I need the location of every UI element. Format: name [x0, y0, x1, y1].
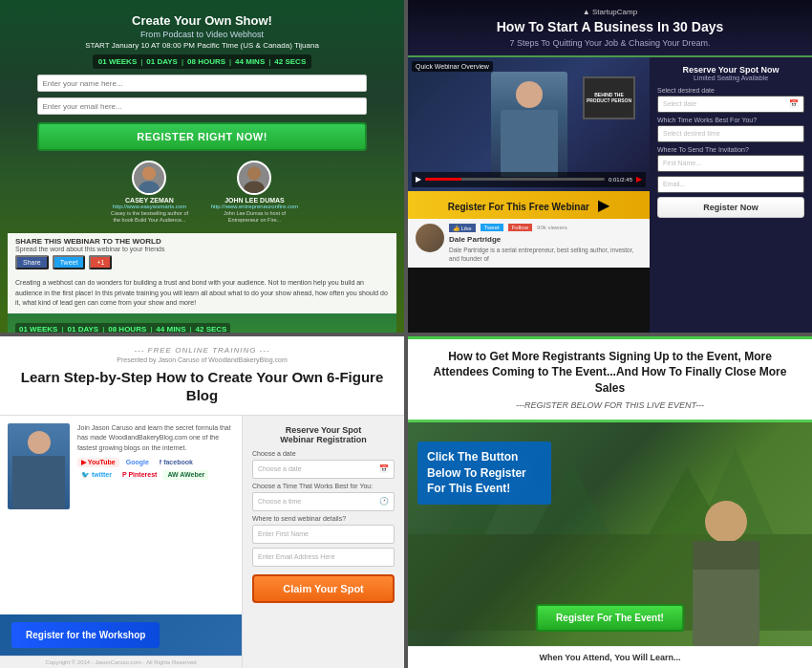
share-twitter-button[interactable]: Tweet — [53, 255, 86, 269]
youtube-icon: ▶ — [636, 175, 642, 183]
reserve-spot-title: Reserve Your Spot Webinar Registration — [252, 425, 395, 444]
panel4-footer: When You Attend, You Will Learn... — [408, 646, 812, 668]
firstname-field[interactable]: Enter First Name — [252, 525, 395, 544]
time-field[interactable]: Select desired time — [657, 125, 804, 142]
presenter1-url: http://www.easywsmarts.com — [113, 204, 186, 209]
panel1-body-text: Creating a webhost can do wonders for bu… — [8, 273, 396, 313]
presenter-section: Join Jason Caruso and learn the secret f… — [0, 416, 242, 615]
time-placeholder: Select desired time — [663, 130, 720, 137]
panel1-title: Create Your Own Show! — [132, 13, 272, 28]
presenters-section: CASEY ZEMAN http://www.easywsmarts.com C… — [27, 161, 376, 224]
presenter1-name: CASEY ZEMAN — [125, 197, 174, 204]
register-workshop-button[interactable]: Register for the Workshop — [11, 622, 160, 648]
time-label: Choose a Time That Works Best for You: — [252, 483, 395, 489]
firstname-placeholder: Enter First Name — [258, 530, 309, 537]
presenter-info: Join Jason Caruso and learn the secret f… — [77, 423, 234, 608]
register-strip-text: Register For This Free Webinar — [448, 202, 589, 212]
share-facebook-button[interactable]: Share — [15, 255, 49, 269]
svg-point-3 — [245, 182, 265, 195]
presenter-avatar — [416, 224, 444, 252]
video-section[interactable]: Click The Button Below To Register For T… — [408, 422, 812, 646]
sign-text: BEHIND THE PRODUCT PERSON — [585, 92, 633, 104]
panel3-left: Join Jason Caruso and learn the secret f… — [0, 416, 242, 669]
panel1-bottom-section: 01 WEEKS | 01 DAYS | 08 HOURS | 44 MINS … — [8, 313, 396, 333]
share-title: SHARE THIS WEBINAR TO THE WORLD — [15, 237, 389, 246]
register-strip[interactable]: Register For This Free Webinar ▶ — [408, 191, 650, 219]
calendar-icon: 📅 — [789, 99, 799, 108]
panel2-title: How To Start A Business In 30 Days — [417, 19, 802, 35]
register-event-button[interactable]: Register For The Event! — [535, 604, 685, 632]
invitation-label: Where To Send The Invitation? — [657, 146, 804, 153]
youtube-logo: ▶ YouTube — [77, 458, 119, 467]
free-training-tag: --- FREE ONLINE TRAINING --- — [10, 346, 395, 355]
twitter-logo: 🐦 twitter — [77, 470, 116, 480]
bottom-secs: 42 SECS — [196, 325, 227, 333]
footer-title: When You Attend, You Will Learn... — [417, 653, 802, 662]
time-field[interactable]: Choose a time 🕐 — [252, 492, 395, 511]
time-placeholder: Choose a time — [258, 498, 301, 505]
brand-name: ▲ StartupCamp — [417, 8, 802, 16]
reserve-title: Reserve Your Spot Now — [657, 65, 804, 75]
claim-spot-button[interactable]: Claim Your Spot — [252, 574, 395, 603]
share-gplus-button[interactable]: +1 — [89, 255, 112, 269]
play-icon[interactable]: ▶ — [416, 175, 421, 183]
video-thumbnail[interactable]: Quick Webinar Overview BEHIND THE PRODUC… — [408, 57, 650, 191]
date-field[interactable]: Select date 📅 — [657, 96, 804, 113]
video-time: 0:01/2:45 — [609, 177, 632, 183]
bottom-countdown: 01 WEEKS | 01 DAYS | 08 HOURS | 44 MINS … — [15, 323, 230, 333]
bottom-hours: 08 HOURS — [108, 325, 146, 333]
register-button[interactable]: REGISTER RIGHT NOW! — [37, 122, 368, 151]
panel3-right: Reserve Your Spot Webinar Registration C… — [242, 416, 404, 669]
date-field[interactable]: Choose a date 📅 — [252, 460, 395, 479]
presenter1-desc: Casey is the bestselling author of the b… — [106, 210, 192, 224]
webinar-label: Quick Webinar Overview — [412, 61, 493, 72]
svg-point-10 — [705, 501, 747, 543]
countdown-bar: 01 WEEKS | 01 DAYS | 08 HOURS | 44 MINS … — [93, 54, 311, 69]
firstname-placeholder: First Name... — [663, 160, 701, 166]
copyright-text: Copyright © 2014 - JasonCaruso.com - All… — [0, 656, 242, 668]
bottom-mins: 44 MINS — [156, 325, 185, 333]
panel4-header: How to Get More Registrants Signing Up t… — [408, 339, 812, 422]
date-label: Choose a date — [252, 450, 395, 457]
countdown-days: 01 DAYS — [146, 57, 178, 66]
time-label: Which Time Works Best For You? — [657, 117, 804, 123]
panel1-content: Create Your Own Show! From Podcast to Vi… — [8, 8, 396, 333]
date-placeholder: Select date — [663, 100, 696, 107]
progress-bar[interactable] — [425, 178, 605, 181]
presenter-silhouette — [669, 493, 783, 646]
presenter1-avatar — [132, 161, 166, 195]
firstname-field[interactable]: First Name... — [657, 155, 804, 172]
svg-point-0 — [142, 166, 156, 180]
bottom-days: 01 DAYS — [68, 325, 99, 333]
video-person — [491, 72, 567, 177]
click-overlay: Click The Button Below To Register For T… — [417, 442, 551, 505]
tweet-btn[interactable]: Tweet — [481, 224, 503, 231]
progress-fill — [425, 178, 461, 181]
countdown-secs: 42 SECS — [274, 57, 306, 66]
where-label: Where to send webinar details? — [252, 515, 395, 522]
like-btn[interactable]: 👍 Like — [449, 224, 476, 232]
email-input[interactable] — [37, 97, 368, 115]
bottom-weeks: 01 WEEKS — [19, 325, 57, 333]
presenter-text: 👍 Like Tweet Follow 90k viewers Dale Par… — [449, 224, 642, 263]
panel1-date: START January 10 AT 08:00 PM Pacific Tim… — [85, 41, 319, 50]
register-now-button[interactable]: Register Now — [657, 197, 804, 218]
share-buttons: Share Tweet +1 — [15, 255, 389, 269]
clock-icon: 🕐 — [379, 497, 389, 506]
reserve-sub: Limited Seating Available — [657, 75, 804, 81]
google-logo: Google — [122, 458, 153, 467]
panel3-header: --- FREE ONLINE TRAINING --- Presented b… — [0, 336, 404, 416]
panel2-body: Quick Webinar Overview BEHIND THE PRODUC… — [408, 57, 812, 333]
pinterest-logo: P Pinterest — [118, 470, 160, 480]
name-input[interactable] — [37, 75, 368, 92]
share-section: SHARE THIS WEBINAR TO THE WORLD Spread t… — [8, 233, 396, 273]
follow-btn[interactable]: Follow — [508, 224, 532, 231]
panel-registrants: How to Get More Registrants Signing Up t… — [408, 336, 812, 669]
arrow-icon: ▶ — [598, 196, 609, 214]
calendar-icon: 📅 — [379, 464, 389, 473]
email-field[interactable]: Enter Email Address Here — [252, 548, 395, 567]
video-background: Click The Button Below To Register For T… — [408, 422, 812, 646]
platform-logos: ▶ YouTube Google f facebook 🐦 twitter P … — [77, 458, 234, 480]
aweber-logo: AW AWeber — [163, 470, 208, 480]
email-field[interactable]: Email... — [657, 176, 804, 193]
